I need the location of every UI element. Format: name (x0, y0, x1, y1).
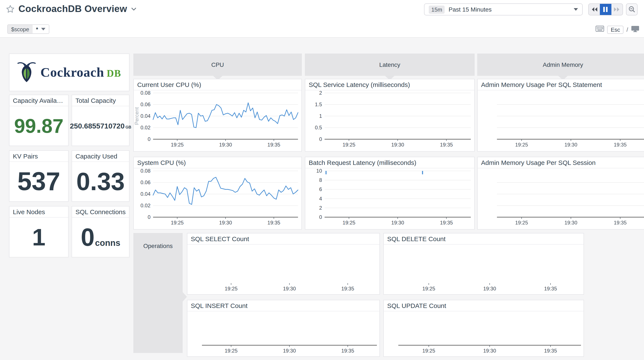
widget-sql-connections[interactable]: SQL Connections 0conns (72, 206, 130, 257)
widget-value: 0.33 (76, 169, 125, 194)
widget-value: 537 (17, 169, 60, 194)
template-variable-name: $scope (8, 25, 32, 33)
svg-text:19:35: 19:35 (544, 286, 557, 292)
timeframe-controls (588, 3, 623, 15)
shortcut-hints: Esc / (596, 25, 639, 34)
svg-text:0.08: 0.08 (140, 90, 150, 96)
chart-plot: 19:2519:3019:35 (478, 90, 644, 151)
svg-text:Percent: Percent (134, 107, 140, 125)
svg-text:19:25: 19:25 (422, 348, 435, 354)
template-variable-current: * (36, 26, 38, 32)
svg-text:0.04: 0.04 (140, 113, 150, 119)
svg-text:4: 4 (319, 196, 322, 202)
widget-total-capacity[interactable]: Total Capacity 250.6855710720GB (72, 95, 130, 146)
chart-plot: 19:2519:3019:35 (187, 245, 380, 294)
time-range-selector[interactable]: 15m Past 15 Minutes (424, 3, 583, 15)
svg-text:19:35: 19:35 (267, 142, 280, 148)
svg-text:8: 8 (319, 177, 322, 183)
chart-title: Batch Request Latency (milliseconds) (305, 157, 474, 168)
logo-wordmark: Cockroach (40, 65, 104, 80)
template-variable-value[interactable]: * (32, 25, 49, 33)
slash-separator: / (626, 26, 628, 33)
group-header-latency[interactable]: Latency (305, 53, 475, 76)
template-variable-scope[interactable]: $scope * (7, 24, 49, 34)
chart-sql-delete-count[interactable]: SQL DELETE Count 19:2519:3019:35 (383, 233, 584, 295)
chart-sql-update-count[interactable]: SQL UPDATE Count 19:2519:3019:35 (383, 300, 584, 357)
chart-system-cpu[interactable]: System CPU (%) 00.020.040.060.0819:2519:… (133, 157, 302, 230)
chart-plot: 19:2519:3019:35 (384, 245, 584, 294)
chart-plot: 19:2519:3019:35 (478, 168, 644, 229)
forward-button[interactable] (611, 4, 622, 15)
svg-text:19:25: 19:25 (225, 348, 238, 354)
chart-title: SQL SELECT Count (187, 233, 380, 245)
title-chevron-down-icon[interactable] (131, 7, 137, 11)
svg-text:19:35: 19:35 (341, 348, 354, 354)
svg-text:0.06: 0.06 (140, 101, 150, 107)
chart-title: SQL UPDATE Count (384, 300, 584, 311)
pause-button[interactable] (600, 4, 612, 15)
widget-value: 250.6855710720 (70, 122, 124, 130)
svg-text:19:25: 19:25 (171, 142, 184, 148)
svg-text:0.02: 0.02 (140, 203, 150, 208)
svg-text:19:30: 19:30 (219, 220, 232, 226)
svg-text:19:25: 19:25 (515, 142, 528, 148)
svg-text:19:30: 19:30 (564, 142, 577, 148)
chart-sql-service-latency[interactable]: SQL Service Latency (milliseconds) 00.51… (305, 79, 475, 152)
widget-capacity-used[interactable]: Capacity Used 0.33 (72, 150, 130, 202)
svg-text:19:30: 19:30 (564, 220, 577, 226)
chart-plot: 19:2519:3019:35 (187, 311, 380, 356)
svg-text:0.04: 0.04 (140, 191, 150, 197)
widget-title: Total Capacity (72, 95, 129, 106)
chart-sql-insert-count[interactable]: SQL INSERT Count 19:2519:3019:35 (187, 300, 380, 357)
zoom-out-button[interactable] (626, 3, 638, 15)
group-label: CPU (211, 61, 224, 68)
svg-text:19:25: 19:25 (171, 220, 184, 226)
top-bar: CockroachDB Overview 15m Past 15 Minutes (0, 0, 644, 38)
chart-admin-memory-per-statement[interactable]: Admin Memory Usage Per SQL Statement 19:… (477, 79, 644, 152)
svg-text:6: 6 (319, 186, 322, 192)
chart-current-user-cpu[interactable]: Current User CPU (%) 00.020.040.060.0819… (133, 79, 302, 152)
chart-title: Admin Memory Usage Per SQL Statement (478, 79, 644, 90)
widget-capacity-available[interactable]: Capacity Available... 99.87 (9, 95, 68, 146)
chart-batch-request-latency[interactable]: Batch Request Latency (milliseconds) 024… (305, 157, 475, 230)
widget-kv-pairs[interactable]: KV Pairs 537 (9, 150, 68, 202)
fullscreen-monitor-icon[interactable] (631, 25, 639, 34)
widget-title: SQL Connections (72, 206, 129, 218)
svg-text:2: 2 (319, 90, 322, 96)
chart-admin-memory-per-session[interactable]: Admin Memory Usage Per SQL Session 19:25… (477, 157, 644, 230)
widget-title: KV Pairs (10, 151, 68, 162)
svg-text:0.5: 0.5 (315, 125, 322, 130)
template-variable-caret-icon (41, 28, 46, 30)
favorite-star-icon[interactable] (6, 5, 14, 13)
group-label: Latency (379, 61, 400, 68)
svg-text:19:30: 19:30 (391, 142, 404, 148)
svg-text:19:30: 19:30 (219, 142, 232, 148)
svg-text:0.02: 0.02 (140, 125, 150, 130)
widget-title: Capacity Used (72, 151, 129, 162)
group-header-cpu[interactable]: CPU (133, 53, 302, 76)
chart-title: SQL DELETE Count (384, 233, 584, 245)
svg-text:19:25: 19:25 (342, 220, 356, 226)
svg-text:19:30: 19:30 (283, 286, 296, 292)
rewind-button[interactable] (589, 4, 600, 15)
svg-text:1.5: 1.5 (315, 101, 322, 107)
svg-text:19:35: 19:35 (614, 220, 627, 226)
cockroachdb-logo-card[interactable]: CockroachDB (9, 53, 130, 91)
widget-live-nodes[interactable]: Live Nodes 1 (9, 206, 68, 257)
chart-title: SQL INSERT Count (187, 300, 380, 311)
title-row: CockroachDB Overview (6, 3, 137, 14)
svg-text:19:25: 19:25 (515, 220, 528, 226)
widget-value: 1 (32, 225, 46, 249)
esc-key-hint[interactable]: Esc (607, 25, 624, 34)
logo-db-suffix: DB (107, 68, 121, 79)
page-title: CockroachDB Overview (18, 3, 127, 14)
widget-unit: conns (95, 238, 120, 248)
svg-text:19:25: 19:25 (422, 286, 435, 292)
group-header-admin-memory[interactable]: Admin Memory (477, 53, 644, 76)
chart-sql-select-count[interactable]: SQL SELECT Count 19:2519:3019:35 (187, 233, 380, 295)
svg-text:2: 2 (319, 205, 322, 211)
keyboard-icon (596, 26, 604, 33)
cockroachdb-logo-icon (17, 60, 36, 84)
chart-plot: 19:2519:3019:35 (384, 311, 584, 356)
group-header-operations[interactable]: Operations (133, 233, 183, 353)
